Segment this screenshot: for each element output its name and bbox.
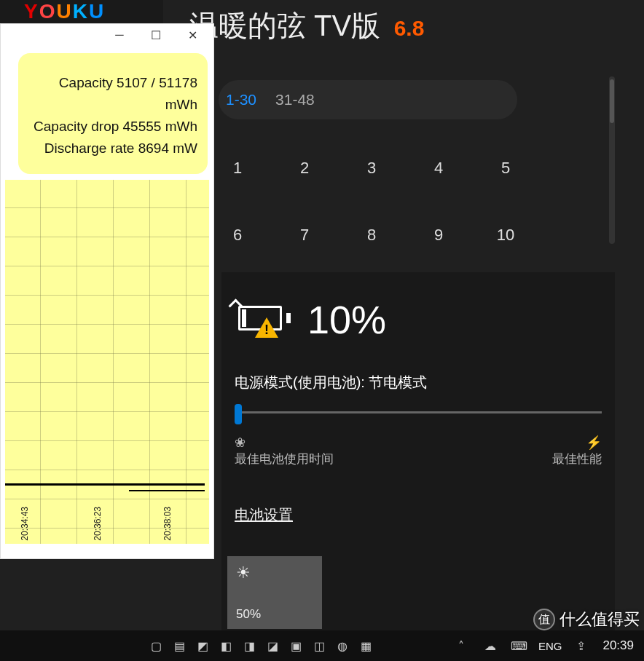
battery-flyout: ! 10% 电源模式(使用电池): 节电模式 ❀ 最佳电池使用时间 ⚡ 最佳性能… (221, 272, 615, 636)
warning-exclamation-icon: ! (264, 322, 269, 338)
brightness-value: 50% (236, 607, 261, 622)
x-tick-label: 20:36:23 (93, 507, 103, 541)
slider-thumb[interactable] (235, 404, 242, 424)
capacity-line: Capacity 5107 / 51178 mWh (28, 72, 197, 116)
power-mode-label: 电源模式(使用电池): 节电模式 (235, 373, 602, 392)
power-mode-slider[interactable] (235, 404, 602, 421)
app-icon[interactable]: ▣ (286, 636, 306, 656)
battery-stats-box: Capacity 5107 / 51178 mWh Capacity drop … (18, 53, 208, 174)
video-title: 温暖的弦 TV版 (189, 9, 380, 41)
logo-glyph: U (89, 0, 105, 23)
battery-monitor-body: Capacity 5107 / 51178 mWh Capacity drop … (1, 53, 213, 544)
episode-scroll-thumb[interactable] (610, 79, 614, 123)
windows-taskbar[interactable]: ▢ ▤ ◩ ◧ ◨ ◪ ▣ ◫ ◍ ▦ ˄ ☁ ⌨ ENG ⇪ 20:39 (0, 630, 644, 661)
slider-end-labels: ❀ 最佳电池使用时间 ⚡ 最佳性能 (235, 435, 602, 467)
battery-warning-icon: ! (235, 303, 294, 336)
logo-glyph: Y (24, 0, 39, 23)
app-icon[interactable]: ▦ (356, 636, 376, 656)
app-icon[interactable]: ◩ (192, 636, 213, 656)
leaf-icon: ❀ (235, 435, 334, 451)
slider-left-end: ❀ 最佳电池使用时间 (235, 435, 334, 467)
episode-button[interactable]: 7 (271, 202, 338, 269)
sun-icon: ☀ (236, 563, 251, 582)
capacity-drop-line: Capacity drop 45555 mWh (28, 116, 197, 138)
episode-scroll-track[interactable] (609, 76, 615, 244)
app-icon[interactable]: ◪ (262, 636, 283, 656)
smzdm-badge-icon: 值 (533, 609, 555, 630)
onedrive-icon[interactable]: ☁ (480, 636, 500, 656)
taskbar-clock[interactable]: 20:39 (602, 638, 634, 653)
lightning-icon: ⚡ (552, 435, 602, 451)
video-title-area: 温暖的弦 TV版 6.8 集全 (189, 6, 424, 67)
maximize-button[interactable]: ☐ (139, 25, 173, 45)
app-icon[interactable]: ▤ (169, 636, 189, 656)
smzdm-watermark: 值 什么值得买 (533, 609, 640, 630)
app-icon[interactable]: ◨ (239, 636, 259, 656)
episode-button[interactable]: 10 (472, 202, 539, 269)
logo-glyph: O (39, 0, 57, 23)
smzdm-text: 什么值得买 (559, 609, 640, 630)
chart-gridlines (5, 180, 209, 544)
episode-button[interactable]: 3 (338, 135, 405, 202)
episode-button[interactable]: 2 (271, 135, 338, 202)
slider-track[interactable] (240, 411, 602, 413)
battery-settings-link[interactable]: 电池设置 (235, 505, 293, 525)
input-language[interactable]: ENG (538, 640, 562, 652)
best-performance-label: 最佳性能 (552, 452, 602, 466)
video-score: 6.8 (394, 16, 425, 40)
battery-flyout-header: ! 10% (235, 297, 602, 342)
logo-glyph: K (73, 0, 89, 23)
discharge-chart: 20:34:43 20:36:23 20:38:03 (5, 180, 209, 544)
episode-tab-1-30[interactable]: 1-30 (226, 91, 256, 108)
youku-logo: YOUKU (24, 0, 105, 23)
x-tick-label: 20:34:43 (20, 507, 30, 541)
discharge-rate-line: Discharge rate 8694 mW (28, 138, 197, 159)
slider-right-end: ⚡ 最佳性能 (552, 435, 602, 467)
battery-tip-icon (286, 313, 291, 323)
episode-tab-31-48[interactable]: 31-48 (275, 91, 315, 108)
system-tray: ˄ ☁ ⌨ ENG ⇪ 20:39 (451, 636, 640, 656)
episode-button[interactable]: 4 (405, 135, 472, 202)
minimize-button[interactable]: ─ (103, 25, 136, 45)
close-button[interactable]: ✕ (176, 25, 209, 45)
x-tick-label: 20:38:03 (162, 507, 173, 541)
logo-glyph: U (56, 0, 72, 23)
youku-thumbnail: YOUKU (0, 0, 163, 23)
app-icon[interactable]: ◧ (216, 636, 236, 656)
video-subtitle: 集全 (189, 50, 424, 67)
episode-range-tabs: 1-30 31-48 (219, 80, 517, 119)
app-icon[interactable]: ◍ (332, 636, 353, 656)
battery-percentage: 10% (307, 297, 386, 342)
episode-button[interactable]: 5 (472, 135, 539, 202)
brightness-tile[interactable]: ☀ 50% (227, 556, 322, 629)
taskbar-pinned-apps: ▢ ▤ ◩ ◧ ◨ ◪ ▣ ◫ ◍ ▦ (146, 636, 376, 656)
episode-button[interactable]: 8 (338, 202, 405, 269)
chart-series-line (129, 490, 205, 491)
wifi-icon[interactable]: ⇪ (570, 636, 591, 656)
task-view-icon[interactable]: ▢ (146, 636, 166, 656)
app-icon[interactable]: ◫ (309, 636, 329, 656)
input-icon[interactable]: ⌨ (509, 636, 530, 656)
battery-monitor-window: ─ ☐ ✕ Capacity 5107 / 51178 mWh Capacity… (0, 23, 214, 559)
chart-series-line (5, 483, 205, 486)
episode-grid: 1 2 3 4 5 6 7 8 9 10 (204, 135, 539, 269)
best-battery-label: 最佳电池使用时间 (235, 452, 334, 466)
episode-button[interactable]: 9 (405, 202, 472, 269)
battery-fill-icon (242, 309, 246, 327)
window-titlebar[interactable]: ─ ☐ ✕ (1, 24, 213, 46)
chevron-up-icon[interactable]: ˄ (451, 636, 471, 656)
